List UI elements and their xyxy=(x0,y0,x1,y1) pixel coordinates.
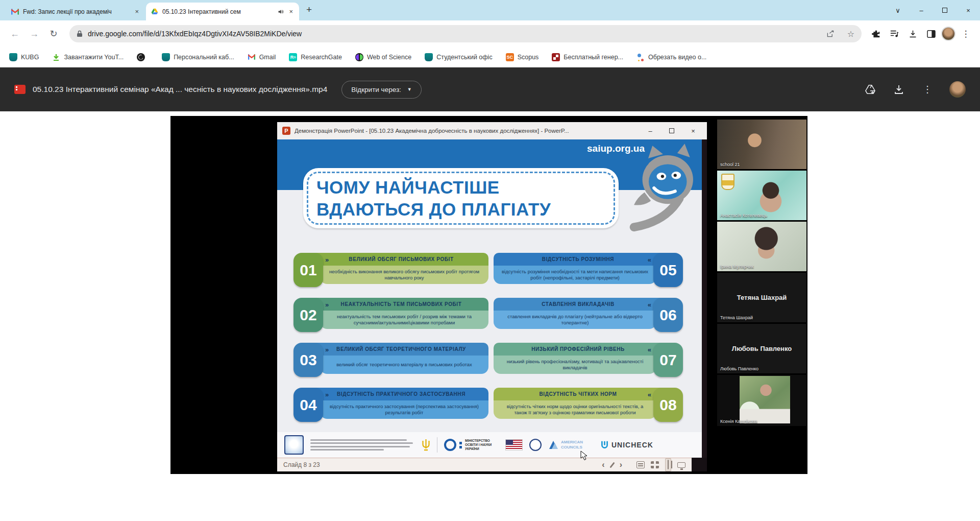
lock-icon[interactable] xyxy=(77,30,83,37)
bookmark-label: Студентський офіс xyxy=(436,54,492,61)
chevron-right-icon: » xyxy=(325,345,329,353)
open-with-label: Відкрити через: xyxy=(351,86,401,93)
share-icon[interactable] xyxy=(823,26,838,41)
ppt-maximize-icon xyxy=(663,127,680,135)
item-header: ВІДСУТНІСТЬ РОЗУМІННЯ xyxy=(542,256,614,262)
bookmark-star-icon[interactable]: ☆ xyxy=(843,26,859,41)
window-maximize-button[interactable] xyxy=(933,7,957,14)
bookmark-globe[interactable] xyxy=(137,53,149,61)
gmail-favicon xyxy=(248,53,256,61)
tab-gmail[interactable]: Fwd: Запис лекції про академіч × xyxy=(6,3,145,20)
participant-tile: Ірина Мулярчик xyxy=(717,222,806,271)
powerpoint-titlebar: P Демонстрація PowerPoint - [05.10.23 Ак… xyxy=(277,122,707,139)
item-body: неактуальність тем письмових робіт / роз… xyxy=(327,314,481,326)
item-header-bar: » НЕАКТУАЛЬНІСТЬ ТЕМ ПИСЬМОВИХ РОБІТ xyxy=(314,298,488,311)
open-with-button[interactable]: Відкрити через: ▼ xyxy=(341,81,421,99)
bookmark-researchgate[interactable]: RG ResearchGate xyxy=(289,53,342,61)
url-bar[interactable]: drive.google.com/file/d/13KfxdEbIqz4Dgti… xyxy=(69,25,862,42)
item-header-bar: « СТАВЛЕННЯ ВИКЛАДАЧІВ xyxy=(494,298,663,311)
extensions-puzzle-icon[interactable] xyxy=(868,26,884,42)
bookmark-label: KUBG xyxy=(21,54,39,61)
participant-tile: Ксенія Кашлікова xyxy=(717,375,806,426)
browser-menu-kebab-icon[interactable]: ⋮ xyxy=(958,26,974,42)
participant-tile: Анастасія Котелевець xyxy=(717,171,806,220)
web-of-science-favicon xyxy=(355,53,363,61)
participant-name: school 21 xyxy=(720,162,740,167)
slide-corner-dark xyxy=(692,458,707,471)
side-panel-icon[interactable] xyxy=(923,26,939,42)
reload-icon[interactable]: ↻ xyxy=(45,25,62,42)
tab-audio-icon[interactable] xyxy=(278,9,284,15)
chevron-right-icon: » xyxy=(325,300,329,308)
window-close-button[interactable]: × xyxy=(957,7,980,14)
participant-tile: Любовь Павленко Любовь Павленко xyxy=(717,324,806,373)
video-player[interactable]: P Демонстрація PowerPoint - [05.10.23 Ак… xyxy=(170,116,807,474)
back-icon[interactable]: ← xyxy=(6,25,23,42)
download-icon[interactable] xyxy=(892,83,905,96)
participant-name: Ксенія Кашлікова xyxy=(720,419,757,424)
add-to-drive-icon[interactable] xyxy=(864,83,877,96)
browser-profile-avatar[interactable] xyxy=(941,27,955,41)
bookmark-label: Завантажити YouT... xyxy=(64,54,124,61)
drive-profile-avatar[interactable] xyxy=(949,81,966,98)
downloads-icon[interactable] xyxy=(904,26,921,42)
bookmark-personal-cabinet[interactable]: Персональний каб... xyxy=(162,53,234,61)
bookmark-gmail[interactable]: Gmail xyxy=(248,53,276,61)
ministry-logo: МІНІСТЕРСТВО ОСВІТИ І НАУКИ УКРАЇНИ xyxy=(444,439,499,451)
bookmark-download-youtube[interactable]: Завантажити YouT... xyxy=(52,53,124,61)
browser-window: Fwd: Запис лекції про академіч × 05.10.2… xyxy=(0,0,980,521)
window-controls: ∨ – × xyxy=(886,0,980,20)
video-file-icon xyxy=(14,85,26,94)
window-chevron-icon[interactable]: ∨ xyxy=(886,7,910,14)
slideshow-statusbar: Слайд 8 з 23 ‹ › xyxy=(277,458,692,471)
ppt-close-icon: × xyxy=(684,127,702,135)
participant-name: Анастасія Котелевець xyxy=(720,213,767,218)
crest-favicon xyxy=(425,53,433,61)
item-body: ставлення викладачів до плагіату (нейтра… xyxy=(501,314,649,326)
display-settings-icon xyxy=(677,462,685,468)
item-number: 02 xyxy=(293,298,323,332)
tab-title: Fwd: Запис лекції про академіч xyxy=(23,8,130,15)
reason-item-04: 04 » ВІДСУТНІСТЬ ПРАКТИЧНОГО ЗАСТОСУВАНН… xyxy=(293,388,488,419)
slide-title-line2: ВДАЮТЬСЯ ДО ПЛАГІАТУ xyxy=(316,198,614,220)
tab-close-icon[interactable]: × xyxy=(288,8,294,15)
american-councils-a-icon xyxy=(548,440,558,450)
reason-item-01: 01 » ВЕЛИКИЙ ОБСЯГ ПИСЬМОВИХ РОБІТ необх… xyxy=(293,253,488,284)
item-body-panel: неактуальність тем письмових робіт / роз… xyxy=(320,311,488,329)
bookmark-label: Персональний каб... xyxy=(174,54,234,61)
bookmark-trim-video[interactable]: Обрезать видео о... xyxy=(636,53,706,61)
item-header-bar: « ВІДСУТНІСТЬ ЧІТКИХ НОРМ xyxy=(494,388,663,400)
bookmark-student-office[interactable]: Студентський офіс xyxy=(425,53,492,61)
item-header: ВІДСУТНІСТЬ ЧІТКИХ НОРМ xyxy=(540,391,617,397)
media-playlist-icon[interactable] xyxy=(886,26,902,42)
tab-close-icon[interactable]: × xyxy=(134,8,140,15)
participants-panel: school 21 Анастасія Котелевець Ірина Мул… xyxy=(717,120,806,471)
window-minimize-button[interactable]: – xyxy=(910,7,933,14)
chevron-right-icon: » xyxy=(325,390,329,398)
tab-drive-active[interactable]: 05.10.23 Інтерактивний сем × xyxy=(146,3,299,20)
item-number: 08 xyxy=(653,388,683,422)
bookmark-free-generator[interactable]: Бесплатный генер... xyxy=(552,53,623,61)
reason-item-08: 08 « ВІДСУТНІСТЬ ЧІТКИХ НОРМ відсутність… xyxy=(494,388,683,419)
item-header-bar: « НИЗЬКИЙ ПРОФЕСІЙНИЙ РІВЕНЬ xyxy=(494,343,663,356)
bookmark-web-of-science[interactable]: Web of Science xyxy=(355,53,411,61)
bookmarks-bar: KUBG Завантажити YouT... Персональний ка… xyxy=(0,47,980,67)
bookmark-kubg[interactable]: KUBG xyxy=(9,53,39,61)
new-tab-button[interactable]: + xyxy=(306,4,312,15)
item-header-bar: » ВЕЛИКИЙ ОБСЯГ ТЕОРЕТИЧНОГО МАТЕРІАЛУ xyxy=(314,343,488,356)
participant-tile: school 21 xyxy=(717,120,806,169)
forward-icon[interactable]: → xyxy=(26,25,43,42)
more-options-kebab-icon[interactable]: ⋮ xyxy=(921,83,934,96)
slide-title-bubble: ЧОМУ НАЙЧАСТІШЕ ВДАЮТЬСЯ ДО ПЛАГІАТУ xyxy=(303,168,619,228)
item-body: необхідність виконання великого обсягу п… xyxy=(327,269,481,281)
university-crest-icon xyxy=(721,174,734,190)
bookmark-scopus[interactable]: SC Scopus xyxy=(506,53,539,61)
next-slide-icon: › xyxy=(620,460,622,469)
reason-item-03: 03 » ВЕЛИКИЙ ОБСЯГ ТЕОРЕТИЧНОГО МАТЕРІАЛ… xyxy=(293,343,488,374)
item-body: відсутність чітких норм щодо оцінки ориг… xyxy=(501,404,649,416)
previous-slide-icon: ‹ xyxy=(602,460,604,469)
powerpoint-window-title: Демонстрація PowerPoint - [05.10.23 Акад… xyxy=(295,128,638,134)
item-number: 01 xyxy=(293,253,323,287)
researchgate-favicon: RG xyxy=(289,53,297,61)
bookmark-label: Бесплатный генер... xyxy=(564,54,623,61)
